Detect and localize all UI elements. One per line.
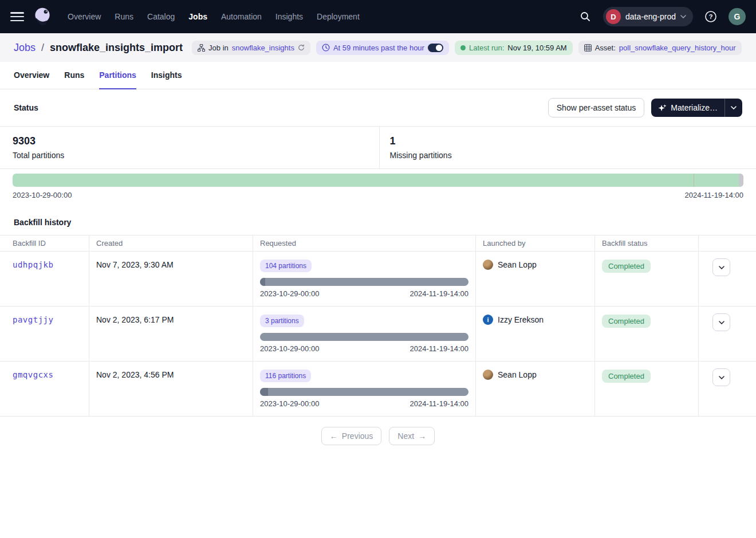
row-actions-button[interactable] bbox=[712, 313, 730, 331]
range-end: 2024-11-19-14:00 bbox=[410, 344, 468, 353]
pagination: ← Previous Next → bbox=[0, 417, 756, 455]
nav-item-catalog[interactable]: Catalog bbox=[147, 12, 175, 21]
workspace-switcher[interactable]: D data-eng-prod bbox=[603, 7, 693, 26]
next-page-button[interactable]: Next → bbox=[389, 427, 435, 445]
backfill-history-heading: Backfill history bbox=[0, 207, 756, 235]
latest-run-label: Latest run: bbox=[469, 44, 504, 52]
table-row: pavgtjjy Nov 2, 2023, 6:17 PM 3 partitio… bbox=[0, 307, 756, 362]
column-header-requested: Requested bbox=[253, 235, 475, 251]
schedule-toggle[interactable] bbox=[428, 44, 443, 52]
user-avatar[interactable]: G bbox=[729, 8, 746, 25]
missing-partitions-label: Missing partitions bbox=[390, 151, 744, 160]
backfill-id-link[interactable]: gmqvgcxs bbox=[13, 370, 53, 379]
requested-range-bar bbox=[260, 278, 468, 286]
row-actions-button[interactable] bbox=[712, 258, 730, 276]
materialize-split-button: Materialize… bbox=[651, 99, 742, 117]
avatar bbox=[483, 370, 493, 380]
requested-range-bar bbox=[260, 333, 468, 341]
range-end: 2024-11-19-14:00 bbox=[410, 289, 468, 298]
latest-run-time[interactable]: Nov 19, 10:59 AM bbox=[507, 44, 566, 52]
partition-range-end: 2024-11-19-14:00 bbox=[685, 191, 743, 199]
status-badge: Completed bbox=[602, 370, 651, 383]
range-start: 2023-10-29-00:00 bbox=[260, 289, 319, 298]
page-tabs: Overview Runs Partitions Insights bbox=[0, 62, 756, 89]
tab-runs[interactable]: Runs bbox=[64, 62, 84, 89]
created-timestamp: Nov 2, 2023, 4:56 PM bbox=[96, 370, 174, 379]
table-header-row: Backfill ID Created Requested Launched b… bbox=[0, 235, 756, 252]
asset-link[interactable]: poll_snowflake_query_history_hour bbox=[619, 44, 736, 52]
breadcrumb-jobs-link[interactable]: Jobs bbox=[14, 42, 36, 54]
requested-range: 2023-10-29-00:00 2024-11-19-14:00 bbox=[260, 388, 468, 408]
range-start: 2023-10-29-00:00 bbox=[260, 399, 319, 408]
status-dot-icon bbox=[460, 45, 466, 50]
workspace-avatar: D bbox=[606, 9, 621, 24]
nav-item-jobs[interactable]: Jobs bbox=[188, 12, 207, 21]
menu-icon[interactable] bbox=[10, 12, 24, 21]
table-row: udhpqjkb Nov 7, 2023, 9:30 AM 104 partit… bbox=[0, 252, 756, 307]
column-header-backfill-id: Backfill ID bbox=[0, 235, 89, 251]
materialize-button[interactable]: Materialize… bbox=[651, 99, 724, 117]
tab-overview[interactable]: Overview bbox=[14, 62, 49, 89]
range-end: 2024-11-19-14:00 bbox=[410, 399, 468, 408]
job-location-badge: Job in snowflake_insights bbox=[192, 41, 310, 55]
help-icon[interactable]: ? bbox=[701, 7, 720, 26]
search-icon[interactable] bbox=[576, 7, 595, 26]
backfill-id-link[interactable]: udhpqjkb bbox=[13, 260, 53, 269]
table-row: gmqvgcxs Nov 2, 2023, 4:56 PM 116 partit… bbox=[0, 362, 756, 417]
dagster-logo-icon[interactable] bbox=[32, 6, 53, 28]
materialize-dropdown-button[interactable] bbox=[724, 99, 742, 117]
requested-partitions-pill[interactable]: 3 partitions bbox=[260, 315, 304, 327]
partition-bar-divider bbox=[694, 174, 694, 187]
asset-label: Asset: bbox=[595, 44, 616, 52]
materialize-label: Materialize… bbox=[671, 103, 718, 112]
top-navigation: Overview Runs Catalog Jobs Automation In… bbox=[0, 0, 756, 33]
range-start: 2023-10-29-00:00 bbox=[260, 344, 319, 353]
show-per-asset-status-button[interactable]: Show per-asset status bbox=[548, 98, 645, 117]
avatar bbox=[483, 260, 493, 270]
svg-text:?: ? bbox=[709, 13, 713, 20]
nav-item-automation[interactable]: Automation bbox=[221, 12, 262, 21]
status-heading: Status bbox=[14, 103, 38, 112]
partition-bar-labels: 2023-10-29-00:00 2024-11-19-14:00 bbox=[13, 191, 743, 199]
backfill-id-link[interactable]: pavgtjjy bbox=[13, 315, 53, 324]
right-arrow-icon: → bbox=[418, 431, 426, 441]
chevron-down-icon bbox=[719, 321, 724, 324]
chevron-down-icon bbox=[680, 15, 686, 18]
nav-item-overview[interactable]: Overview bbox=[68, 12, 101, 21]
tab-insights[interactable]: Insights bbox=[151, 62, 182, 89]
topnav-right: D data-eng-prod ? G bbox=[576, 7, 746, 26]
requested-range: 2023-10-29-00:00 2024-11-19-14:00 bbox=[260, 333, 468, 353]
chevron-down-icon bbox=[719, 266, 724, 269]
launched-by: Sean Lopp bbox=[483, 260, 588, 270]
launched-by-name: Izzy Erekson bbox=[498, 315, 544, 324]
chevron-down-icon bbox=[719, 376, 724, 379]
schedule-label: At 59 minutes past the hour bbox=[333, 44, 424, 52]
job-location-link[interactable]: snowflake_insights bbox=[232, 44, 294, 52]
avatar: i bbox=[483, 315, 493, 325]
column-header-launched-by: Launched by bbox=[475, 235, 594, 251]
clock-icon bbox=[322, 44, 330, 52]
partition-range-start: 2023-10-29-00:00 bbox=[13, 191, 72, 199]
nav-item-insights[interactable]: Insights bbox=[275, 12, 303, 21]
requested-partitions-pill[interactable]: 116 partitions bbox=[260, 370, 311, 382]
partition-stats: 9303 Total partitions 1 Missing partitio… bbox=[0, 126, 756, 169]
nav-item-runs[interactable]: Runs bbox=[115, 12, 133, 21]
tab-partitions[interactable]: Partitions bbox=[99, 62, 136, 89]
created-timestamp: Nov 2, 2023, 6:17 PM bbox=[96, 315, 174, 324]
requested-partitions-pill[interactable]: 104 partitions bbox=[260, 260, 312, 272]
missing-partition-segment bbox=[739, 174, 743, 187]
partition-health-bar[interactable] bbox=[13, 174, 743, 187]
launched-by: i Izzy Erekson bbox=[483, 315, 588, 325]
previous-page-button[interactable]: ← Previous bbox=[321, 427, 381, 445]
row-actions-button[interactable] bbox=[712, 368, 730, 386]
nav-item-deployment[interactable]: Deployment bbox=[317, 12, 360, 21]
requested-range: 2023-10-29-00:00 2024-11-19-14:00 bbox=[260, 278, 468, 298]
job-location-prefix: Job in bbox=[208, 44, 229, 52]
launched-by-name: Sean Lopp bbox=[498, 370, 537, 379]
schedule-badge: At 59 minutes past the hour bbox=[316, 41, 449, 55]
requested-range-bar bbox=[260, 388, 468, 396]
asset-badge: Asset: poll_snowflake_query_history_hour bbox=[578, 41, 742, 55]
asset-grid-icon bbox=[584, 44, 592, 52]
reload-icon[interactable] bbox=[298, 44, 305, 51]
breadcrumb: Jobs / snowflake_insights_import Job in … bbox=[0, 33, 756, 62]
